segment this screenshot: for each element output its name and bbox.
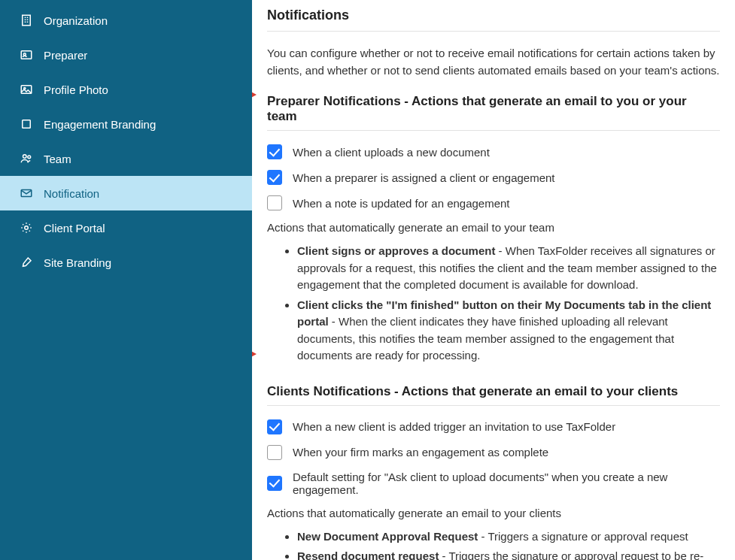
checkbox-preparer-assigned[interactable] [267, 170, 282, 185]
sidebar-item-label: Preparer [44, 49, 87, 62]
bullet-bold: Client signs or approves a document [297, 244, 495, 257]
checkbox-label: When your firm marks an engagement as co… [293, 446, 548, 459]
bullet-rest: - Triggers a signature or approval reque… [478, 530, 688, 543]
sidebar-item-preparer[interactable]: Preparer [0, 38, 252, 72]
list-item: New Document Approval Request - Triggers… [297, 528, 720, 546]
sidebar-item-organization[interactable]: Organization [0, 3, 252, 38]
checkbox-row: When a client uploads a new document [267, 144, 720, 159]
page-title: Notifications [267, 8, 720, 32]
checkbox-client-upload[interactable] [267, 144, 282, 159]
bullet-bold: New Document Approval Request [297, 530, 478, 543]
main-content: Notifications You can configure whether … [252, 0, 735, 560]
sidebar-item-label: Engagement Branding [44, 118, 156, 131]
checkbox-note-updated[interactable] [267, 195, 282, 210]
checkbox-engagement-complete[interactable] [267, 445, 282, 460]
preparer-notifications-title: Preparer Notifications - Actions that ge… [267, 94, 720, 131]
sidebar-item-label: Organization [44, 14, 108, 27]
sidebar-item-notification[interactable]: Notification [0, 176, 252, 210]
svg-point-8 [23, 53, 26, 56]
auto-clients-intro: Actions that automatically generate an e… [267, 507, 720, 519]
svg-rect-0 [23, 15, 31, 26]
gear-icon [17, 221, 36, 235]
svg-rect-7 [21, 51, 32, 59]
users-icon [17, 152, 36, 165]
checkbox-label: Default setting for "Ask client to uploa… [293, 471, 720, 496]
bullet-rest: - When the client indicates they have fi… [297, 315, 674, 362]
sidebar-item-profile-photo[interactable]: Profile Photo [0, 72, 252, 107]
clients-notifications-title: Clients Notifications - Actions that gen… [267, 384, 720, 406]
intro-text: You can configure whether or not to rece… [267, 45, 720, 79]
sidebar-item-label: Team [44, 153, 71, 165]
image-icon [17, 83, 36, 96]
id-card-icon [17, 48, 36, 62]
checkbox-label: When a preparer is assigned a client or … [293, 171, 555, 184]
sidebar: Organization Preparer Profile Photo Enga… [0, 0, 252, 560]
sidebar-item-label: Profile Photo [44, 83, 108, 96]
checkbox-row: When a preparer is assigned a client or … [267, 170, 720, 185]
sidebar-item-label: Client Portal [44, 222, 105, 235]
sidebar-item-engagement-branding[interactable]: Engagement Branding [0, 107, 252, 141]
auto-team-list: Client signs or approves a document - Wh… [267, 243, 720, 365]
svg-point-12 [23, 155, 27, 159]
checkbox-row: When a new client is added trigger an in… [267, 419, 720, 434]
bullet-bold: Resend document request [297, 549, 439, 560]
checkbox-row: Default setting for "Ask client to uploa… [267, 471, 720, 496]
callout-2-badge: 2 [252, 341, 258, 368]
list-item: Resend document request - Triggers the s… [297, 548, 720, 560]
envelope-icon [17, 186, 36, 200]
sidebar-item-client-portal[interactable]: Client Portal [0, 210, 252, 245]
svg-point-13 [28, 156, 31, 159]
sidebar-item-team[interactable]: Team [0, 141, 252, 176]
checkbox-label: When a client uploads a new document [293, 146, 490, 159]
checkbox-ask-upload-default[interactable] [267, 476, 282, 491]
checkbox-new-client-invite[interactable] [267, 419, 282, 434]
svg-rect-11 [23, 120, 31, 129]
checkbox-label: When a new client is added trigger an in… [293, 420, 615, 433]
list-item: Client signs or approves a document - Wh… [297, 243, 720, 294]
square-icon [17, 117, 36, 131]
auto-clients-list: New Document Approval Request - Triggers… [267, 528, 720, 561]
checkbox-label: When a note is updated for an engagement [293, 197, 510, 210]
list-item: Client clicks the "I'm finished" button … [297, 297, 720, 365]
sidebar-item-site-branding[interactable]: Site Branding [0, 245, 252, 280]
brush-icon [17, 256, 36, 269]
checkbox-row: When your firm marks an engagement as co… [267, 445, 720, 460]
svg-point-15 [25, 226, 29, 230]
sidebar-item-label: Notification [44, 187, 99, 200]
sidebar-item-label: Site Branding [44, 256, 111, 269]
building-icon [17, 14, 36, 27]
callout-1-badge: 1 [252, 81, 258, 108]
checkbox-row: When a note is updated for an engagement [267, 195, 720, 210]
auto-team-intro: Actions that automatically generate an e… [267, 221, 720, 234]
